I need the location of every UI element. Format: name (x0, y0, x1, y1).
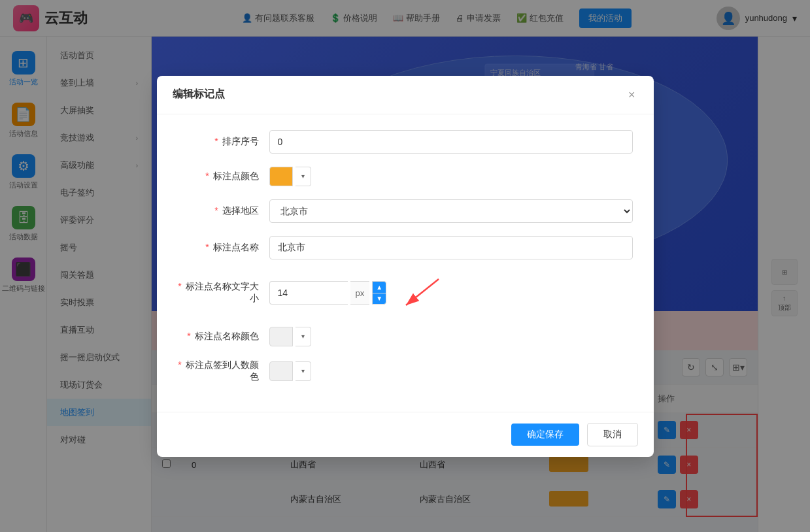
font-size-input[interactable] (269, 281, 348, 305)
required-mark-4: * (205, 242, 209, 252)
name-color-dropdown[interactable]: ▾ (295, 327, 311, 346)
cancel-button[interactable]: 取消 (587, 423, 638, 446)
form-row-sort: * 排序序号 (178, 130, 633, 154)
required-mark-6: * (187, 331, 190, 341)
form-row-name-color: * 标注点名称颜色 ▾ (178, 327, 633, 346)
edit-marker-modal: 编辑标记点 × * 排序序号 * 标注点颜色 ▾ (157, 76, 654, 457)
svg-line-19 (406, 279, 439, 305)
confirm-save-button[interactable]: 确定保存 (511, 424, 579, 446)
region-select[interactable]: 北京市 上海市 广州市 深圳市 (269, 199, 633, 223)
required-mark-2: * (205, 171, 209, 181)
red-arrow-svg (399, 273, 452, 312)
font-size-control: px ▲ ▼ (269, 281, 387, 305)
form-label-name: * 标注点名称 (178, 242, 269, 254)
form-row-region: * 选择地区 北京市 上海市 广州市 深圳市 (178, 199, 633, 223)
modal-header: 编辑标记点 × (157, 76, 654, 114)
spin-up-button[interactable]: ▲ (372, 281, 386, 293)
required-mark-5: * (178, 281, 181, 291)
form-label-color: * 标注点颜色 (178, 171, 269, 182)
form-label-region: * 选择地区 (178, 205, 269, 217)
modal-close-button[interactable]: × (626, 86, 638, 103)
form-label-fontsize: * 标注点名称文字大小 (178, 281, 269, 305)
form-row-fontsize: * 标注点名称文字大小 px ▲ ▼ (178, 273, 633, 314)
required-mark-7: * (178, 359, 181, 370)
marker-name-input[interactable] (269, 236, 633, 259)
color-swatch-picker[interactable] (269, 167, 293, 186)
modal-footer: 确定保存 取消 (157, 412, 654, 457)
required-mark-3: * (214, 205, 218, 216)
checkin-color-dropdown[interactable]: ▾ (295, 361, 311, 381)
form-label-checkin-color: * 标注点签到人数颜色 (178, 359, 269, 383)
form-row-name: * 标注点名称 (178, 236, 633, 259)
color-dropdown-button[interactable]: ▾ (295, 167, 311, 186)
checkin-color-swatch[interactable] (269, 361, 293, 381)
form-label-sort: * 排序序号 (178, 136, 269, 148)
checkin-color-picker: ▾ (269, 361, 311, 381)
color-picker: ▾ (269, 167, 311, 186)
sort-input[interactable] (269, 130, 633, 154)
name-color-picker: ▾ (269, 327, 311, 346)
spin-buttons: ▲ ▼ (372, 281, 386, 305)
required-mark: * (214, 136, 218, 146)
modal-overlay: 编辑标记点 × * 排序序号 * 标注点颜色 ▾ (0, 0, 810, 532)
px-unit-label: px (350, 281, 370, 305)
form-row-color: * 标注点颜色 ▾ (178, 167, 633, 186)
form-label-name-color: * 标注点名称颜色 (178, 331, 269, 342)
modal-title: 编辑标记点 (173, 88, 225, 101)
annotation-arrow (399, 273, 452, 314)
spin-down-button[interactable]: ▼ (372, 293, 386, 305)
modal-body: * 排序序号 * 标注点颜色 ▾ * 选择地 (157, 114, 654, 412)
name-color-swatch[interactable] (269, 327, 293, 346)
form-row-checkin-color: * 标注点签到人数颜色 ▾ (178, 359, 633, 383)
